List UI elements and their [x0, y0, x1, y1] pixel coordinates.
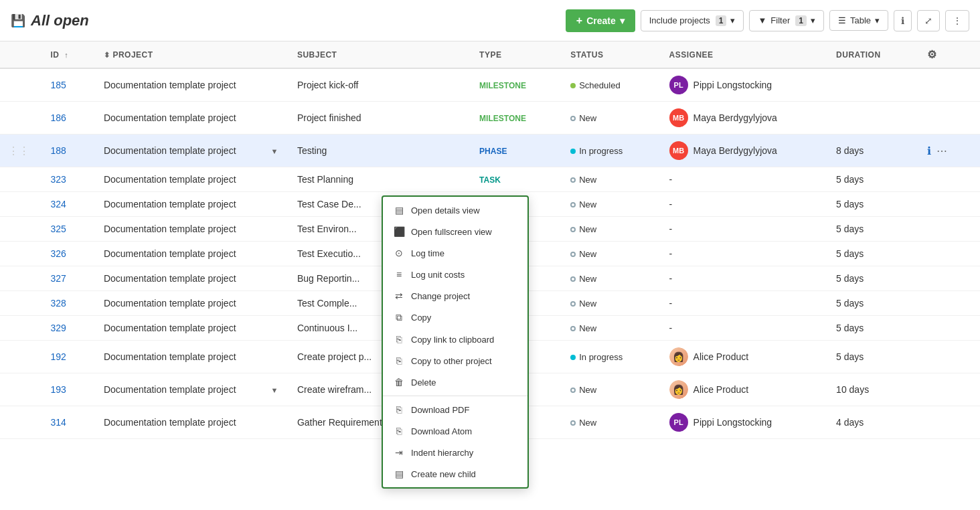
actions-cell	[919, 373, 980, 406]
id-link[interactable]: 324	[51, 199, 66, 209]
id-link[interactable]: 188	[51, 145, 66, 156]
col-header-id[interactable]: ID ↑	[43, 41, 96, 68]
context-menu-item-label: Download Atom	[411, 426, 472, 436]
context-menu-item[interactable]: ⧉Copy	[383, 307, 527, 329]
id-link[interactable]: 329	[51, 323, 66, 333]
col-header-subject[interactable]: SUBJECT	[289, 41, 471, 68]
context-menu-item[interactable]: ⎘Copy link to clipboard	[383, 329, 527, 350]
context-menu-item[interactable]: ▤Open details view	[383, 199, 527, 221]
id-link[interactable]: 192	[51, 351, 66, 362]
col-header-assignee[interactable]: ASSIGNEE	[661, 41, 829, 68]
context-menu-item-icon: ⎘	[394, 426, 404, 436]
table-label: Table	[850, 15, 871, 25]
project-cell: Documentation template project	[96, 242, 263, 266]
assignee-name: Maya Berdygylyjova	[693, 145, 777, 156]
duration-cell: 5 days	[828, 217, 919, 242]
col-header-settings[interactable]: ⚙	[919, 41, 980, 68]
actions-cell	[919, 406, 980, 439]
id-link[interactable]: 186	[51, 112, 66, 123]
context-menu-item[interactable]: 🗑Delete	[383, 371, 527, 393]
status-dot	[570, 301, 576, 307]
actions-cell	[919, 266, 980, 291]
context-menu-item-icon: ▤	[394, 205, 404, 216]
col-header-type[interactable]: TYPE	[471, 41, 562, 68]
project-cell: Documentation template project	[96, 406, 263, 439]
expand-cell	[262, 406, 289, 439]
context-menu-item[interactable]: ⇥Indent hierarchy	[383, 442, 527, 463]
id-link[interactable]: 323	[51, 174, 66, 185]
assignee-empty: -	[669, 174, 673, 185]
page-title: All open	[31, 12, 89, 29]
expand-icon[interactable]: ▼	[270, 386, 278, 394]
context-menu-item[interactable]: ⊙Log time	[383, 242, 527, 264]
id-link[interactable]: 327	[51, 273, 66, 284]
status-cell: Scheduled	[562, 68, 661, 102]
status-dot	[570, 326, 576, 331]
context-menu-item[interactable]: ⎘Copy to other project	[383, 350, 527, 371]
col-header-duration[interactable]: DURATION	[828, 41, 919, 68]
drag-handle-cell	[0, 242, 43, 266]
table-button[interactable]: ☰ Table ▾	[829, 10, 888, 31]
context-menu-item[interactable]: ⇄Change project	[383, 285, 527, 307]
sort-icon: ↑	[64, 51, 68, 59]
assignee-cell: -	[661, 266, 829, 291]
filter-label: Filter	[770, 15, 790, 25]
drag-handle-cell	[0, 217, 43, 242]
project-cell: Documentation template project	[96, 135, 263, 167]
id-link[interactable]: 325	[51, 224, 66, 234]
status-cell: New	[562, 406, 661, 439]
avatar-image: 👩	[669, 347, 688, 366]
drag-handle-cell	[0, 192, 43, 217]
drag-handle[interactable]: ⋮⋮	[8, 145, 29, 157]
avatar: MB	[669, 108, 688, 127]
status-dot	[570, 388, 576, 393]
context-menu-item-label: Change project	[411, 291, 470, 301]
assignee-wrapper: MBMaya Berdygylyjova	[669, 141, 821, 160]
status-text: New	[579, 175, 596, 185]
context-menu-item[interactable]: ⎘Download Atom	[383, 420, 527, 442]
avatar-image: 👩	[669, 380, 688, 399]
status-dot	[570, 252, 576, 257]
expand-cell	[262, 242, 289, 266]
id-cell: 327	[43, 266, 96, 291]
status-dot	[570, 355, 576, 360]
id-link[interactable]: 326	[51, 248, 66, 259]
context-menu-item[interactable]: ▤Create new child	[383, 463, 527, 485]
status-dot	[570, 420, 576, 426]
id-link[interactable]: 185	[51, 80, 66, 90]
row-more-icon[interactable]: ⋯	[936, 145, 947, 157]
id-link[interactable]: 193	[51, 384, 66, 395]
assignee-wrapper: 👩Alice Product	[669, 380, 821, 399]
context-menu-item[interactable]: ≡Log unit costs	[383, 264, 527, 285]
more-options-button[interactable]: ⋮	[945, 10, 969, 31]
include-projects-button[interactable]: Include projects 1 ▾	[641, 10, 744, 31]
avatar: 👩	[669, 380, 688, 399]
expand-button[interactable]: ⤢	[917, 10, 940, 31]
col-header-project[interactable]: ⬍PROJECT	[96, 41, 263, 68]
create-button[interactable]: + Create ▾	[566, 9, 635, 32]
id-link[interactable]: 314	[51, 417, 66, 428]
col-header-status[interactable]: STATUS	[562, 41, 661, 68]
assignee-wrapper: PLPippi Longstocking	[669, 76, 821, 94]
status-cell: New	[562, 266, 661, 291]
status-dot	[570, 149, 576, 154]
project-cell: Documentation template project	[96, 102, 263, 135]
id-cell: 185	[43, 68, 96, 102]
context-menu-item-icon: ⇥	[394, 447, 404, 458]
table-row: ⋮⋮188Documentation template project▼Test…	[0, 135, 980, 167]
id-link[interactable]: 328	[51, 298, 66, 309]
context-menu-item-icon: ⊙	[394, 248, 404, 258]
context-menu-item[interactable]: ⎘Download PDF	[383, 399, 527, 420]
filter-button[interactable]: ▼ Filter 1 ▾	[749, 10, 823, 31]
context-menu-item[interactable]: ⬛Open fullscreen view	[383, 221, 527, 242]
duration-cell: 5 days	[828, 266, 919, 291]
create-label: Create	[586, 15, 616, 26]
row-info-icon[interactable]: ℹ	[927, 145, 931, 157]
expand-icon[interactable]: ▼	[270, 147, 278, 155]
actions-cell	[919, 316, 980, 341]
assignee-cell: MBMaya Berdygylyjova	[661, 135, 829, 167]
include-projects-label: Include projects	[649, 15, 710, 25]
context-menu-item-label: Open details view	[411, 205, 480, 216]
status-text: New	[579, 418, 596, 428]
info-button[interactable]: ℹ	[894, 10, 912, 31]
